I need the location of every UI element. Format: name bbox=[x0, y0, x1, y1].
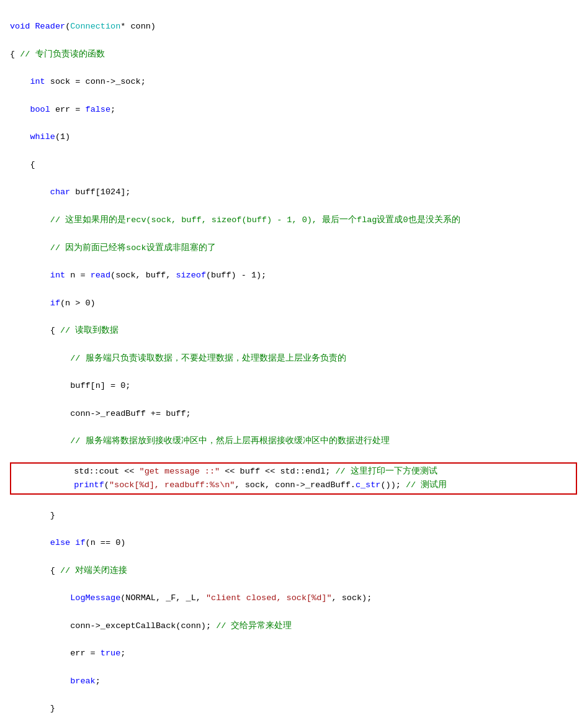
line-13: // 服务端只负责读取数据，不要处理数据，处理数据是上层业务负责的 bbox=[10, 352, 577, 366]
line-23: break; bbox=[10, 675, 577, 688]
line-8: // 这里如果用的是recv(sock, buff, sizeof(buff) … bbox=[10, 213, 577, 227]
line-4: bool err = false; bbox=[10, 103, 577, 117]
line-17: } bbox=[10, 509, 577, 523]
line-19: { // 对端关闭连接 bbox=[10, 564, 577, 578]
line-5: while(1) bbox=[10, 130, 577, 144]
boxed-block: std::cout << "get message ::" << buff <<… bbox=[10, 462, 577, 495]
line-2: { // 专门负责读的函数 bbox=[10, 48, 577, 61]
line-11: if(n > 0) bbox=[10, 297, 577, 310]
line-10: int n = read(sock, buff, sizeof(buff) - … bbox=[10, 269, 577, 282]
line-16: // 服务端将数据放到接收缓冲区中，然后上层再根据接收缓冲区中的数据进行处理 bbox=[10, 434, 577, 448]
line-18: else if(n == 0) bbox=[10, 536, 577, 550]
line-20: LogMessage(NORMAL, _F, _L, "client close… bbox=[10, 591, 577, 605]
line-7: char buff[1024]; bbox=[10, 186, 577, 199]
line-3: int sock = conn->_sock; bbox=[10, 75, 577, 89]
line-22: err = true; bbox=[10, 647, 577, 660]
code-container: void Reader(Connection* conn) { // 专门负责读… bbox=[10, 6, 577, 728]
line-6: { bbox=[10, 158, 577, 172]
line-14: buff[n] = 0; bbox=[10, 379, 577, 393]
line-1: void Reader(Connection* conn) bbox=[10, 20, 577, 34]
line-21: conn->_exceptCallBack(conn); // 交给异常来处理 bbox=[10, 619, 577, 633]
line-9: // 因为前面已经将sock设置成非阻塞的了 bbox=[10, 241, 577, 255]
line-24: } bbox=[10, 702, 577, 716]
line-15: conn->_readBuff += buff; bbox=[10, 407, 577, 421]
line-12: { // 读取到数据 bbox=[10, 324, 577, 338]
